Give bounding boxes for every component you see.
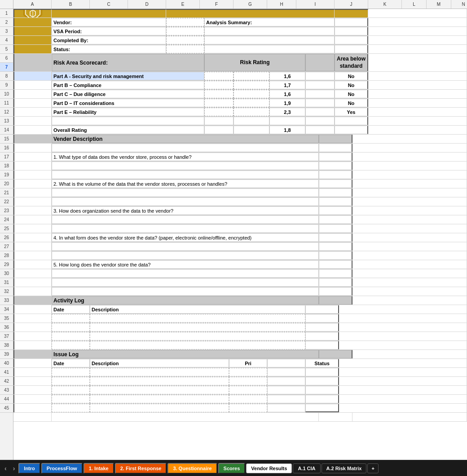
issue-pri-41[interactable] — [229, 377, 267, 385]
vsa-value[interactable] — [166, 27, 204, 35]
row-num-19: 19 — [0, 170, 13, 179]
tab-vendorresults[interactable]: Vendor Results — [246, 463, 292, 473]
partE-score-input2[interactable] — [234, 108, 269, 116]
partA-score-input2[interactable] — [234, 72, 269, 80]
tab-nav-next[interactable]: › — [10, 464, 18, 473]
tab-a1cia[interactable]: A.1 CIA — [293, 463, 320, 473]
row-num-1: 1 — [0, 9, 13, 18]
partD-score-input2[interactable] — [234, 99, 269, 107]
r27-a — [13, 251, 52, 260]
row-14: Vender Description — [13, 135, 467, 144]
act-date-37[interactable] — [52, 341, 90, 349]
row-num-18: 18 — [0, 162, 13, 170]
r12-a — [13, 117, 52, 125]
row-num-38: 38 — [0, 341, 13, 350]
tab-nav-prev[interactable]: ‹ — [2, 464, 9, 473]
col-header-c: C — [90, 0, 128, 9]
issue-pri-43[interactable] — [229, 395, 267, 403]
q2-text: 2. What is the volume of the data that t… — [52, 179, 319, 188]
partE-score-input1[interactable] — [204, 108, 234, 116]
analysis-val — [335, 18, 368, 26]
issue-desc-43[interactable] — [90, 395, 229, 403]
row-12 — [13, 117, 467, 126]
tab-firstresponse[interactable]: 2. First Response — [115, 463, 167, 474]
status-value[interactable] — [166, 45, 204, 53]
act-desc-36[interactable] — [90, 332, 305, 341]
issue-desc-42[interactable] — [90, 386, 229, 394]
r13-f — [305, 126, 335, 134]
issue-desc-44[interactable] — [90, 404, 229, 412]
tab-questionnaire[interactable]: 3. Questionnaire — [167, 463, 217, 474]
rest-19 — [352, 179, 467, 188]
logo-row4 — [13, 36, 52, 44]
row-num-13: 13 — [0, 117, 13, 126]
partE-name: Part E – Reliability — [52, 108, 204, 116]
vendor-value[interactable] — [166, 18, 204, 26]
rest-18 — [352, 170, 467, 179]
partB-score-input1[interactable] — [204, 81, 234, 89]
r24-b — [52, 224, 319, 233]
partC-score-input2[interactable] — [234, 90, 269, 98]
partA-score-input1[interactable] — [204, 72, 234, 80]
completed-value[interactable] — [166, 36, 204, 44]
issue-date-41[interactable] — [52, 377, 90, 385]
row-num-23: 23 — [0, 206, 13, 215]
row-36 — [13, 332, 467, 341]
partC-score-input1[interactable] — [204, 90, 234, 98]
issue-date-43[interactable] — [52, 395, 90, 403]
issue-desc-41[interactable] — [90, 377, 229, 385]
rest-41 — [339, 377, 467, 385]
tab-scores[interactable]: Scores — [218, 463, 246, 474]
col-header-d: D — [128, 0, 166, 9]
act-desc-34[interactable] — [90, 314, 305, 323]
row-8-partB: Part B – Compliance 1,7 No — [13, 81, 467, 90]
act-desc-37[interactable] — [90, 341, 305, 349]
tab-processflow[interactable]: ProcessFlow — [41, 463, 83, 474]
act-date-35[interactable] — [52, 323, 90, 332]
row-40 — [13, 368, 467, 377]
r30-a — [13, 278, 52, 287]
row-num-27: 27 — [0, 242, 13, 251]
issue-desc-40[interactable] — [90, 368, 229, 376]
act-date-34[interactable] — [52, 314, 90, 323]
analysis-val-3 — [335, 27, 368, 35]
tab-a2risk[interactable]: A.2 Risk Matrix — [322, 463, 367, 473]
gold-spacer-2 — [166, 9, 335, 17]
rest-35 — [339, 323, 467, 332]
partB-score-input2[interactable] — [234, 81, 269, 89]
issue-pri-40[interactable] — [229, 368, 267, 376]
issue-pri-44[interactable] — [229, 404, 267, 412]
r13-d — [234, 126, 269, 134]
col-header-l: L — [402, 0, 427, 9]
r43-gap — [267, 395, 305, 403]
r12-f — [305, 117, 335, 125]
issue-pri-42[interactable] — [229, 386, 267, 394]
col-corner — [0, 0, 13, 9]
issue-date-42[interactable] — [52, 386, 90, 394]
r19-k — [319, 179, 352, 188]
col-header-f: F — [200, 0, 234, 9]
col-header-k: K — [368, 0, 402, 9]
issue-desc-header: Description — [90, 359, 229, 367]
issue-date-40[interactable] — [52, 368, 90, 376]
analysis-val-5 — [335, 45, 368, 53]
partE-empty — [305, 108, 335, 116]
tab-intro[interactable]: Intro — [18, 463, 40, 474]
rest-21 — [352, 197, 467, 206]
r12-k — [335, 117, 368, 125]
act-desc-35[interactable] — [90, 323, 305, 332]
rest-20 — [352, 188, 467, 197]
issue-log-title: Issue Log — [52, 350, 319, 358]
rest-12 — [368, 117, 467, 125]
row-num-2: 2 — [0, 18, 13, 27]
row-num-41: 41 — [0, 368, 13, 377]
act-date-36[interactable] — [52, 332, 90, 341]
tab-add[interactable]: + — [367, 463, 378, 473]
rest-28 — [352, 260, 467, 269]
q5-text: 5. How long does the vendor store the da… — [52, 260, 319, 269]
issue-date-44[interactable] — [52, 404, 90, 412]
partD-score-input1[interactable] — [204, 99, 234, 107]
tab-intake[interactable]: 1. Intake — [84, 463, 114, 474]
rest-3 — [368, 27, 467, 35]
rest-5 — [368, 45, 467, 53]
